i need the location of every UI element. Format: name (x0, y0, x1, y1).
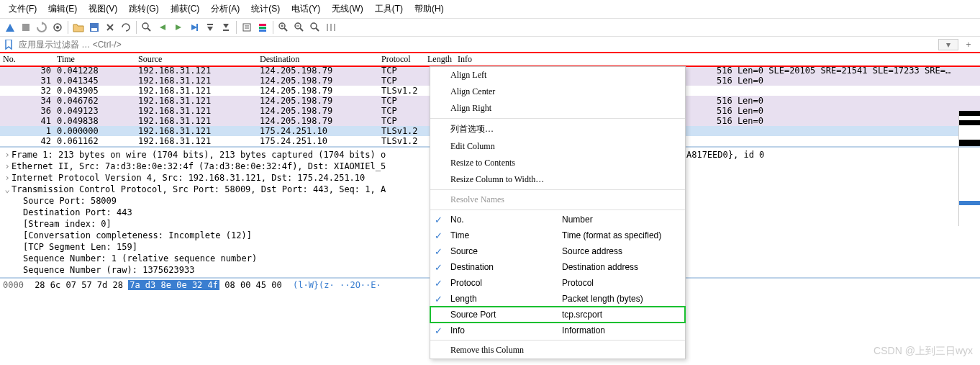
capture-options-icon[interactable] (50, 20, 65, 35)
zoom-in-icon[interactable] (276, 20, 291, 35)
menu-file[interactable]: 文件(F) (3, 1, 42, 17)
filter-dropdown-icon[interactable]: ▾ (938, 39, 958, 50)
menu-analyze[interactable]: 分析(A) (205, 1, 245, 17)
save-icon[interactable] (87, 20, 101, 35)
svg-point-4 (56, 26, 59, 29)
menu-capture[interactable]: 捕获(C) (165, 1, 206, 17)
close-icon[interactable] (103, 20, 117, 35)
menu-tools[interactable]: 工具(T) (369, 1, 409, 17)
reload-icon[interactable] (119, 20, 133, 35)
cm-column-toggle[interactable]: ✓LengthPacket length (bytes) (430, 291, 685, 292)
svg-rect-1 (22, 24, 30, 31)
svg-rect-23 (259, 27, 266, 29)
svg-rect-24 (259, 30, 266, 32)
menu-help[interactable]: 帮助(H) (409, 1, 450, 17)
svg-marker-16 (207, 27, 213, 31)
svg-marker-0 (6, 24, 14, 32)
filter-add-icon[interactable]: + (963, 39, 974, 50)
cm-column-prefs[interactable]: 列首选项… (430, 120, 685, 138)
svg-marker-11 (160, 24, 165, 30)
toolbar (0, 19, 980, 37)
goto-first-icon[interactable] (203, 20, 217, 35)
menubar: 文件(F) 编辑(E) 视图(V) 跳转(G) 捕获(C) 分析(A) 统计(S… (0, 0, 980, 19)
cm-column-toggle[interactable]: ✓DestinationDestination address (430, 259, 685, 275)
col-header-protocol[interactable]: Protocol (378, 53, 425, 66)
col-header-length[interactable]: Length (425, 53, 455, 66)
capture-restart-icon[interactable] (35, 20, 49, 35)
prev-icon[interactable] (155, 20, 170, 35)
byte-offset: 0000 (3, 280, 24, 290)
svg-line-28 (284, 28, 287, 31)
menu-view[interactable]: 视图(V) (83, 1, 123, 17)
cm-align-left[interactable]: Align Left (430, 67, 685, 84)
colorize-icon[interactable] (255, 20, 270, 35)
column-header-row[interactable]: No. Time Source Destination Protocol Len… (0, 53, 980, 66)
svg-line-33 (316, 28, 319, 31)
cm-column-toggle[interactable]: ✓ProtocolProtocol (430, 275, 685, 291)
bytes-ascii: (l·W}(z· ··2O··E· (293, 280, 381, 290)
svg-point-9 (142, 23, 148, 29)
zoom-out-icon[interactable] (292, 20, 307, 35)
cm-align-center[interactable]: Align Center (430, 84, 685, 100)
menu-telephony[interactable]: 电话(Y) (286, 1, 326, 17)
open-icon[interactable] (71, 20, 86, 35)
display-filter-input[interactable] (16, 38, 934, 51)
svg-rect-18 (223, 30, 229, 31)
cm-column-toggle[interactable]: ✓SourceSource address (430, 243, 685, 259)
menu-stats[interactable]: 统计(S) (245, 1, 286, 17)
menu-wireless[interactable]: 无线(W) (326, 1, 368, 17)
svg-rect-15 (207, 24, 213, 25)
capture-start-icon[interactable] (3, 20, 17, 35)
menu-edit[interactable]: 编辑(E) (42, 1, 83, 17)
col-header-no[interactable]: No. (0, 53, 54, 66)
menu-go[interactable]: 跳转(G) (123, 1, 164, 17)
bytes-hex-selected: 7a d3 8e 0e 32 4f (128, 280, 219, 290)
svg-marker-13 (191, 24, 197, 30)
col-header-info[interactable]: Info (455, 53, 980, 66)
cm-column-toggle[interactable]: ✓No.Number (430, 212, 685, 227)
find-icon[interactable] (140, 20, 154, 35)
col-header-source[interactable]: Source (135, 53, 257, 66)
svg-line-10 (148, 28, 150, 31)
svg-marker-12 (176, 24, 181, 30)
cm-resize-contents[interactable]: Resize to Contents (430, 155, 685, 171)
svg-line-31 (300, 28, 303, 31)
svg-point-32 (311, 23, 317, 29)
svg-marker-2 (42, 22, 44, 25)
bookmark-icon[interactable] (3, 39, 14, 50)
svg-marker-17 (223, 24, 229, 28)
cm-align-right[interactable]: Align Right (430, 100, 685, 117)
col-header-time[interactable]: Time (54, 53, 135, 66)
cm-resolve-names[interactable]: Resolve Names (430, 191, 685, 208)
resize-columns-icon[interactable] (324, 20, 338, 35)
svg-rect-19 (243, 24, 250, 31)
column-context-menu: Align Left Align Center Align Right 列首选项… (430, 66, 686, 292)
goto-last-icon[interactable] (219, 20, 233, 35)
svg-rect-6 (91, 28, 97, 31)
cm-resize-width[interactable]: Resize Column to Width… (430, 171, 685, 188)
bytes-hex-pre: 28 6c 07 57 7d 28 (35, 280, 128, 290)
cm-column-toggle[interactable]: ✓TimeTime (format as specified) (430, 227, 685, 243)
autoscroll-icon[interactable] (240, 20, 254, 35)
capture-stop-icon[interactable] (19, 20, 33, 35)
zoom-reset-icon[interactable] (308, 20, 322, 35)
col-header-destination[interactable]: Destination (257, 53, 378, 66)
cm-edit-column[interactable]: Edit Column (430, 138, 685, 155)
next-icon[interactable] (171, 20, 186, 35)
filter-bar: ▾ + (0, 37, 980, 53)
goto-icon[interactable] (187, 20, 201, 35)
bytes-hex-post: 08 00 45 00 (219, 280, 282, 290)
svg-rect-22 (259, 24, 266, 26)
